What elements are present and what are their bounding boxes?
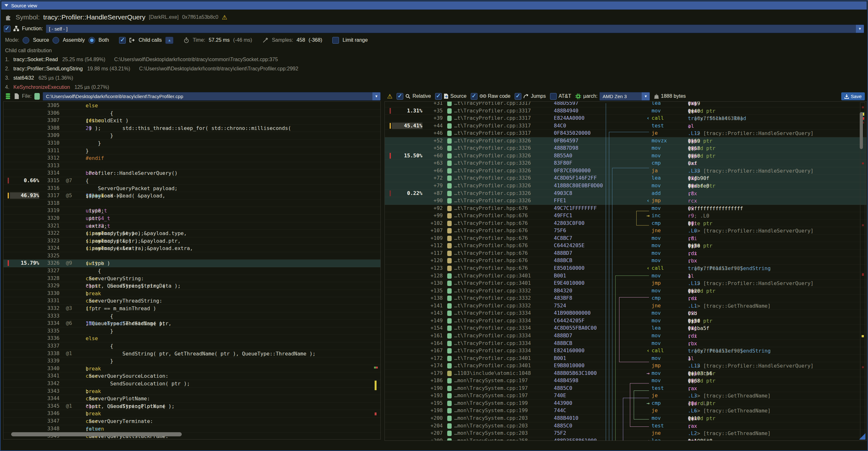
asm-source-location[interactable]: …t\TracyProfiler.cpp:3317 bbox=[454, 123, 531, 129]
asm-source-location[interactable]: …t\TracyProfiler.cpp:3401 bbox=[454, 355, 531, 361]
child-call-item[interactable]: 3.stat64i32625 µs (1.36%) bbox=[5, 73, 864, 83]
asm-source-location[interactable]: …t\TracyProfiler.cpp:3332 bbox=[454, 295, 531, 301]
source-line[interactable]: 3346 break; bbox=[3, 410, 380, 418]
asm-source-location[interactable]: …t\TracyProfiler.cpp:3401 bbox=[454, 280, 531, 286]
source-line[interactable]: 3321 uint32_t extra; bbox=[3, 222, 380, 230]
source-line[interactable]: 3313 bbox=[3, 162, 380, 170]
asm-source-location[interactable]: …t\TracyProfiler.cpp:3326 bbox=[454, 145, 531, 151]
source-line[interactable]: 3328 case ServerQueryString: bbox=[3, 275, 380, 282]
function-dropdown[interactable]: [ - self - ] ▼ bbox=[46, 25, 864, 33]
source-line[interactable]: 3307 if( shouldExit ) return; bbox=[3, 117, 380, 124]
source-line[interactable]: 3334@6 SendString( ptr, "Main thread", 1… bbox=[3, 320, 380, 327]
file-dropdown[interactable]: C:\Users\wolf\Desktop\darkrl\contrib\tra… bbox=[43, 92, 381, 101]
child-calls-checkbox[interactable] bbox=[119, 37, 126, 43]
relative-checkbox[interactable] bbox=[397, 93, 403, 100]
asm-source-location[interactable]: …t\TracyProfiler.cpp:3317 bbox=[454, 101, 531, 107]
assembly-vertical-scrollbar[interactable] bbox=[860, 102, 865, 440]
source-line[interactable]: 3308 std::this_thread::sleep_for( std::c… bbox=[3, 124, 380, 132]
asm-source-location[interactable]: …t\TracyProfiler.hpp:676 bbox=[454, 220, 528, 227]
asm-source-location[interactable]: …t\TracyProfiler.cpp:3401 bbox=[454, 273, 531, 279]
asm-source-location[interactable]: …t\TracyProfiler.cpp:3401 bbox=[454, 362, 531, 369]
asm-source-location[interactable]: …t\TracyProfiler.cpp:3334 bbox=[454, 348, 531, 354]
limit-range-checkbox[interactable] bbox=[332, 37, 339, 43]
asm-source-location[interactable]: …mon\TracySystem.cpp:197 bbox=[454, 392, 528, 399]
asm-source-location[interactable]: …t\TracyProfiler.cpp:3317 bbox=[454, 108, 531, 114]
source-line[interactable]: 3311} bbox=[3, 147, 380, 155]
asm-source-location[interactable]: …t\TracyProfiler.cpp:3334 bbox=[454, 310, 531, 316]
asm-source-location[interactable]: …t\TracyProfiler.hpp:676 bbox=[454, 265, 528, 271]
source-line[interactable]: 3335 } bbox=[3, 327, 380, 335]
source-line[interactable]: 3333 { bbox=[3, 312, 380, 320]
asm-source-location[interactable]: …t\TracyProfiler.hpp:676 bbox=[454, 212, 528, 219]
radio-assembly[interactable] bbox=[53, 37, 59, 43]
asm-source-location[interactable]: …t\TracyProfiler.cpp:3332 bbox=[454, 288, 531, 294]
asm-source-location[interactable]: …mon\TracySystem.cpp:203 bbox=[454, 423, 528, 429]
child-call-item[interactable]: 4.KeSynchronizeExecution125 µs (0.27%) bbox=[5, 83, 864, 92]
source-line[interactable]: 3306 { bbox=[3, 110, 380, 117]
source-line[interactable]: 3338@1 SendString( ptr, GetThreadName( p… bbox=[3, 350, 380, 358]
collapse-child-calls-button[interactable]: ▲ bbox=[165, 37, 174, 44]
source-line[interactable]: 3340 break; bbox=[3, 365, 380, 373]
source-line[interactable]: 3341 case ServerQuerySourceLocation: bbox=[3, 372, 380, 380]
source-line[interactable]: 3312#endif bbox=[3, 154, 380, 162]
asm-source-location[interactable]: …t\TracyProfiler.cpp:3326 bbox=[454, 175, 531, 181]
source-line[interactable]: 3327 { bbox=[3, 267, 380, 275]
asm-source-location[interactable]: …t\TracyProfiler.hpp:676 bbox=[454, 205, 528, 211]
asm-source-location[interactable]: …mon\TracySystem.cpp:258 bbox=[454, 438, 528, 441]
asm-source-location[interactable]: …t\TracyProfiler.cpp:3334 bbox=[454, 340, 531, 347]
source-line[interactable]: 3329 SendString( ptr, (const char*)ptr, … bbox=[3, 282, 380, 290]
source-line[interactable]: 3330 break; bbox=[3, 290, 380, 298]
asm-source-location[interactable]: …t\TracyProfiler.cpp:3326 bbox=[454, 160, 531, 166]
asm-source-location[interactable]: …t\TracyProfiler.cpp:3326 bbox=[454, 153, 531, 159]
save-button[interactable]: Save bbox=[841, 92, 865, 100]
asm-source-location[interactable]: …t\TracyProfiler.cpp:3334 bbox=[454, 332, 531, 339]
asm-source-location[interactable]: …mon\TracySystem.cpp:197 bbox=[454, 378, 528, 384]
source-line[interactable]: 3323 memcpy( &ptr, &payload.ptr, sizeof(… bbox=[3, 237, 380, 245]
child-call-item[interactable]: 2.tracy::Profiler::SendLongString19.88 m… bbox=[5, 64, 864, 73]
asm-source-location[interactable]: …mon\TracySystem.cpp:203 bbox=[454, 415, 528, 421]
source-line[interactable]: 3314bool Profiler::HandleServerQuery() bbox=[3, 170, 380, 177]
source-line[interactable]: 3324 memcpy( &extra, &payload.extra, siz… bbox=[3, 245, 380, 252]
assembly-scrollbar-thumb[interactable] bbox=[860, 112, 863, 149]
chevron-down-icon[interactable]: ▼ bbox=[856, 25, 864, 33]
source-line[interactable]: 3336 else bbox=[3, 335, 380, 342]
radio-both[interactable] bbox=[89, 37, 95, 43]
source-line[interactable]: 3342 SendSourceLocation( ptr ); bbox=[3, 380, 380, 388]
source-line[interactable]: 3310 } bbox=[3, 140, 380, 147]
child-call-item[interactable]: 1.tracy::Socket::Read25.25 ms (54.89%)C:… bbox=[5, 55, 864, 64]
asm-source-location[interactable]: …t\TracyProfiler.cpp:3326 bbox=[454, 138, 531, 144]
source-line[interactable]: 3319 uint8_t type; bbox=[3, 207, 380, 215]
source-line[interactable]: 3325 bbox=[3, 252, 380, 260]
collapse-triangle-icon[interactable] bbox=[4, 4, 8, 7]
resize-grip[interactable] bbox=[859, 433, 865, 440]
source-line[interactable]: 3331 case ServerQueryThreadString: bbox=[3, 297, 380, 305]
asm-source-location[interactable]: …t\TracyProfiler.hpp:676 bbox=[454, 228, 528, 234]
source-line[interactable]: 3322 memcpy( &type, &payload.type, sizeo… bbox=[3, 230, 380, 237]
asm-source-location[interactable]: …mon\TracySystem.cpp:203 bbox=[454, 430, 528, 437]
source-line[interactable]: 3318 bbox=[3, 200, 380, 207]
source-horizontal-scrollbar[interactable] bbox=[11, 432, 182, 437]
asm-source-location[interactable]: …t\TracyProfiler.cpp:3326 bbox=[454, 182, 531, 189]
source-line[interactable]: 0.66%3315@7{ bbox=[3, 177, 380, 185]
asm-source-location[interactable]: …mon\TracySystem.cpp:197 bbox=[454, 385, 528, 391]
radio-source[interactable] bbox=[23, 37, 29, 43]
att-checkbox[interactable] bbox=[550, 93, 557, 100]
source-line[interactable]: 3309 } bbox=[3, 132, 380, 140]
function-checkbox[interactable] bbox=[4, 26, 10, 32]
source-line[interactable]: 46.93%3317@5 if( !m_sock->Read( &payload… bbox=[3, 192, 380, 200]
asm-source-location[interactable]: …t\TracyProfiler.cpp:3326 bbox=[454, 190, 531, 197]
source-line[interactable]: 3339 } bbox=[3, 357, 380, 365]
raw-code-checkbox[interactable] bbox=[471, 93, 477, 100]
chevron-down-icon[interactable]: ▼ bbox=[372, 92, 380, 100]
source-line[interactable]: 3320 uint64_t ptr; bbox=[3, 215, 380, 222]
asm-source-location[interactable]: …mon\TracySystem.cpp:199 bbox=[454, 408, 528, 414]
asm-source-location[interactable]: …t\TracyProfiler.cpp:3326 bbox=[454, 198, 531, 204]
asm-source-location[interactable]: …t\TracyProfiler.cpp:3317 bbox=[454, 115, 531, 121]
source-line[interactable]: 3347 case ServerQueryTerminate: bbox=[3, 418, 380, 425]
source-line[interactable]: 3348 return false; bbox=[3, 425, 380, 433]
asm-source-location[interactable]: …t\TracyProfiler.hpp:676 bbox=[454, 242, 528, 249]
chevron-down-icon[interactable]: ▼ bbox=[642, 92, 650, 100]
window-titlebar[interactable]: Source view bbox=[1, 1, 867, 9]
source-line[interactable]: 3337 { bbox=[3, 342, 380, 350]
asm-source-location[interactable]: …1103\include\atomic:1048 bbox=[454, 370, 531, 377]
